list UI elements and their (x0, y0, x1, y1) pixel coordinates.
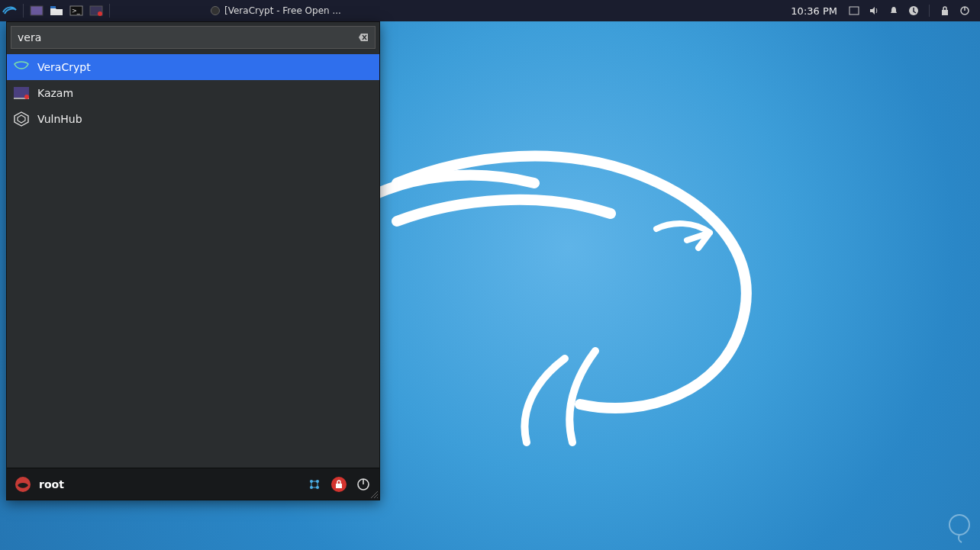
volume-icon[interactable] (865, 0, 883, 21)
top-panel: >_ [VeraCrypt - Free Open ... 10:36 PM (0, 0, 980, 21)
panel-separator (109, 4, 110, 18)
vulnhub-icon (13, 111, 30, 127)
svg-rect-1 (50, 6, 56, 8)
lock-screen-icon[interactable] (936, 0, 954, 21)
workspace-switcher-icon[interactable] (845, 0, 863, 21)
kali-logo-icon (2, 3, 18, 18)
app-menu-button[interactable] (0, 0, 20, 21)
updates-icon[interactable] (904, 0, 923, 21)
kazam-launcher[interactable] (86, 0, 106, 21)
panel-separator (929, 5, 930, 17)
svg-marker-14 (15, 112, 28, 126)
menu-footer: root (7, 468, 379, 500)
svg-rect-6 (849, 7, 859, 14)
lock-session-icon[interactable] (330, 476, 347, 493)
result-item-kazam[interactable]: Kazam (7, 80, 379, 106)
result-label: Kazam (37, 87, 73, 99)
show-desktop-button[interactable] (27, 0, 47, 21)
svg-rect-21 (336, 484, 342, 488)
result-label: VeraCrypt (37, 61, 91, 73)
taskbar-window-title: [VeraCrypt - Free Open ... (224, 5, 341, 16)
clock[interactable]: 10:36 PM (785, 5, 843, 17)
svg-rect-0 (31, 6, 43, 15)
taskbar-window-veracrypt[interactable]: [VeraCrypt - Free Open ... (205, 2, 347, 20)
power-icon[interactable] (956, 0, 974, 21)
svg-point-13 (24, 95, 29, 99)
notifications-icon[interactable] (885, 0, 903, 21)
svg-marker-15 (18, 115, 25, 123)
clear-search-icon[interactable] (358, 33, 369, 42)
application-menu: VeraCrypt Kazam VulnHub root (6, 21, 380, 500)
svg-text:>_: >_ (72, 8, 81, 14)
search-input[interactable] (18, 31, 358, 43)
result-item-veracrypt[interactable]: VeraCrypt (7, 54, 379, 80)
result-label: VulnHub (37, 113, 82, 125)
terminal-launcher[interactable]: >_ (66, 0, 86, 21)
svg-rect-8 (942, 10, 948, 15)
resize-grip-icon[interactable] (369, 489, 378, 498)
panel-separator (23, 4, 24, 18)
username-label: root (39, 478, 64, 490)
veracrypt-icon (13, 59, 30, 76)
search-field-wrapper (11, 26, 376, 49)
file-manager-launcher[interactable] (47, 0, 66, 21)
search-results: VeraCrypt Kazam VulnHub (7, 53, 379, 468)
watermark-icon (946, 513, 972, 544)
kazam-icon (13, 85, 30, 101)
settings-icon[interactable] (306, 476, 323, 493)
kali-dragon-wallpaper (366, 130, 840, 450)
svg-point-24 (949, 515, 969, 535)
result-item-vulnhub[interactable]: VulnHub (7, 106, 379, 132)
window-indicator-icon (211, 6, 220, 15)
svg-point-5 (98, 11, 102, 16)
user-avatar-icon (15, 476, 31, 493)
